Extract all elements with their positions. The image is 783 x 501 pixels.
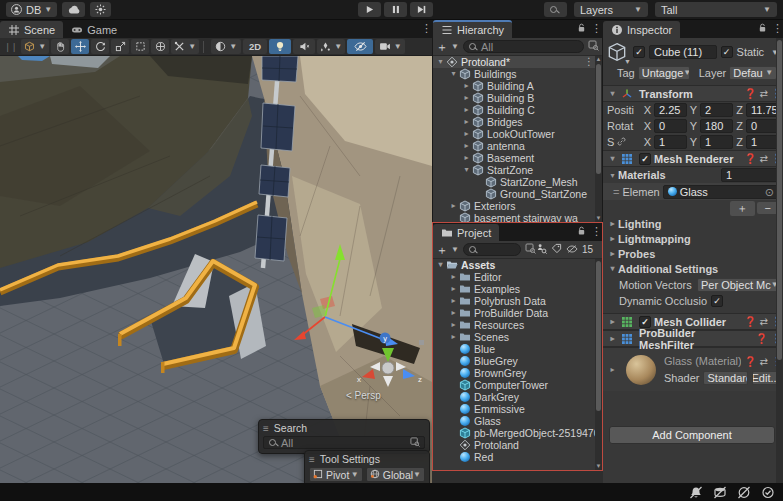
tree-item-startzone[interactable]: ▾StartZone bbox=[433, 164, 602, 176]
scene-camera-button[interactable]: ▼ bbox=[375, 39, 405, 54]
view-gizmo-tool-button[interactable]: ▼ bbox=[21, 39, 49, 54]
foldout-expanded-icon[interactable]: ▾ bbox=[607, 89, 618, 98]
tab-inspector[interactable]: Inspector bbox=[603, 21, 680, 38]
layer-dropdown[interactable]: Defau▼ bbox=[729, 66, 777, 80]
foldout-collapsed-icon[interactable]: ▸ bbox=[448, 319, 459, 331]
tree-item-lookouttower[interactable]: ▸LookOutTower bbox=[433, 128, 602, 140]
lock-icon[interactable] bbox=[758, 23, 767, 35]
rotate-tool-button[interactable] bbox=[91, 39, 109, 54]
2d-toggle-button[interactable]: 2D bbox=[243, 39, 267, 54]
add-component-button[interactable]: Add Component bbox=[609, 426, 775, 444]
transform-header[interactable]: ▾ Transform ❓ ⇄ ⋮ bbox=[603, 85, 783, 102]
toolbar-drag-handle[interactable]: ❘❘ bbox=[4, 42, 17, 52]
scroll-down-icon[interactable]: ▼ bbox=[595, 215, 602, 222]
scroll-down-icon[interactable]: ▼ bbox=[595, 463, 602, 470]
help-icon[interactable]: ❓ bbox=[744, 88, 756, 99]
scene-visibility-toggle[interactable] bbox=[347, 39, 373, 54]
foldout-probes[interactable]: ▸Probes bbox=[603, 246, 783, 261]
activity-button[interactable] bbox=[90, 2, 111, 17]
rotat-y-field[interactable]: 180 bbox=[700, 119, 733, 133]
shader-edit-button[interactable]: Edit... bbox=[752, 371, 779, 385]
project-scrollbar[interactable]: ▼ bbox=[595, 259, 602, 470]
tree-item-emmissive[interactable]: Emmissive bbox=[433, 403, 602, 415]
hidden-packages-icon[interactable] bbox=[566, 244, 578, 256]
tab-hierarchy[interactable]: Hierarchy bbox=[433, 20, 512, 38]
probuilder-meshfilter-header[interactable]: ▸ ProBuilder MeshFilter ❓ ⋮ bbox=[603, 330, 783, 347]
tree-item-editor[interactable]: ▸Editor bbox=[433, 271, 602, 283]
tree-item-computertower[interactable]: ComputerTower bbox=[433, 379, 602, 391]
help-icon[interactable]: ❓ bbox=[744, 356, 756, 367]
lock-icon[interactable] bbox=[577, 226, 586, 238]
tab-game[interactable]: Game bbox=[63, 21, 125, 38]
foldout-expanded-icon[interactable]: ▾ bbox=[607, 171, 618, 180]
activity-ok-icon[interactable] bbox=[761, 486, 775, 499]
tree-item-blue[interactable]: Blue bbox=[433, 343, 602, 355]
tree-item-buildings[interactable]: ▾Buildings bbox=[433, 68, 602, 80]
rect-tool-button[interactable] bbox=[131, 39, 149, 54]
foldout-collapsed-icon[interactable]: ▸ bbox=[448, 200, 459, 212]
hierarchy-scrollbar[interactable]: ▲ ▼ bbox=[595, 56, 602, 222]
scene-tab-menu-icon[interactable]: ⋮ bbox=[421, 22, 429, 35]
hierarchy-create-button[interactable]: ＋▼ bbox=[436, 42, 459, 52]
layout-dropdown[interactable]: Tall ▼ bbox=[655, 2, 777, 17]
tree-item-basement[interactable]: ▸Basement bbox=[433, 152, 602, 164]
step-button[interactable] bbox=[410, 2, 433, 17]
scene-viewport[interactable]: y x z < Persp ≡ Search bbox=[0, 56, 432, 483]
s-z-field[interactable]: 1 bbox=[746, 135, 779, 149]
pause-button[interactable] bbox=[384, 2, 407, 17]
mesh-renderer-header[interactable]: ▾ ✓ Mesh Renderer ❓ ⇄ ⋮ bbox=[603, 150, 783, 167]
material-preview-sphere[interactable] bbox=[626, 355, 656, 385]
foldout-collapsed-icon[interactable]: ▸ bbox=[461, 152, 472, 164]
perspective-label[interactable]: < Persp bbox=[346, 390, 381, 401]
tree-item-assets[interactable]: ▾Assets bbox=[433, 259, 602, 271]
shader-dropdown[interactable]: Standard▼ bbox=[703, 371, 748, 385]
dynamic-occlusion-checkbox[interactable]: ✓ bbox=[711, 295, 723, 307]
handle-orientation-dropdown[interactable]: Global ▼ bbox=[366, 467, 425, 482]
account-button[interactable]: DB ▼ bbox=[6, 2, 57, 17]
presets-icon[interactable]: ⇄ bbox=[760, 356, 768, 367]
foldout-expanded-icon[interactable]: ▾ bbox=[435, 259, 446, 271]
scene-lighting-toggle[interactable] bbox=[269, 39, 291, 54]
tree-item-building-b[interactable]: ▸Building B bbox=[433, 92, 602, 104]
effects-toggle-button[interactable]: ▼ bbox=[317, 39, 345, 54]
drag-handle-icon[interactable]: = bbox=[613, 186, 619, 198]
positi-x-field[interactable]: 2.25 bbox=[654, 103, 687, 117]
play-button[interactable] bbox=[358, 2, 381, 17]
tree-item-pb-mergedobject-2519470[interactable]: pb-MergedObject-2519470 bbox=[433, 427, 602, 439]
search-picker-icon[interactable] bbox=[525, 243, 536, 256]
positi-z-field[interactable]: 11.75 bbox=[746, 103, 779, 117]
object-picker-icon[interactable]: ⊙ bbox=[765, 186, 774, 198]
scene-search-input[interactable]: All bbox=[263, 436, 425, 449]
component-enabled-checkbox[interactable]: ✓ bbox=[639, 153, 651, 165]
tree-item-building-a[interactable]: ▸Building A bbox=[433, 80, 602, 92]
tree-item-red[interactable]: Red bbox=[433, 451, 602, 463]
cloud-button[interactable] bbox=[62, 2, 85, 17]
tree-item-darkgrey[interactable]: DarkGrey bbox=[433, 391, 602, 403]
help-icon[interactable]: ❓ bbox=[756, 333, 768, 344]
overlay-drag-handle-icon[interactable]: ≡ bbox=[263, 423, 269, 434]
hierarchy-search-input[interactable]: All bbox=[463, 40, 584, 53]
hierarchy-menu-icon[interactable]: ⋮ bbox=[591, 22, 599, 35]
search-by-type-icon[interactable] bbox=[536, 243, 547, 256]
scene-audio-toggle[interactable] bbox=[293, 39, 315, 54]
rotat-z-field[interactable]: 0 bbox=[746, 119, 779, 133]
help-icon[interactable]: ❓ bbox=[744, 153, 756, 164]
foldout-collapsed-icon[interactable]: ▸ bbox=[448, 331, 459, 343]
additional-settings-foldout[interactable]: ▾ Additional Settings bbox=[603, 261, 783, 276]
foldout-collapsed-icon[interactable]: ▸ bbox=[448, 271, 459, 283]
global-search-button[interactable] bbox=[544, 2, 567, 17]
hand-tool-button[interactable] bbox=[51, 39, 69, 54]
positi-y-field[interactable]: 2 bbox=[700, 103, 733, 117]
layers-dropdown[interactable]: Layers ▼ bbox=[574, 2, 648, 17]
foldout-lightmapping[interactable]: ▸Lightmapping bbox=[603, 231, 783, 246]
tree-item-protoland[interactable]: Protoland bbox=[433, 439, 602, 451]
move-tool-button[interactable] bbox=[71, 39, 89, 54]
pivot-mode-dropdown[interactable]: Pivot ▼ bbox=[309, 467, 363, 482]
foldout-collapsed-icon[interactable]: ▸ bbox=[448, 283, 459, 295]
foldout-collapsed-icon[interactable]: ▸ bbox=[607, 334, 618, 343]
add-material-button[interactable]: ＋ bbox=[730, 201, 755, 216]
search-picker-icon[interactable] bbox=[588, 40, 599, 53]
tree-item-glass[interactable]: Glass bbox=[433, 415, 602, 427]
tree-item-protoland[interactable]: ▾Protoland*⋮ bbox=[433, 56, 602, 68]
search-by-label-icon[interactable] bbox=[551, 243, 562, 256]
